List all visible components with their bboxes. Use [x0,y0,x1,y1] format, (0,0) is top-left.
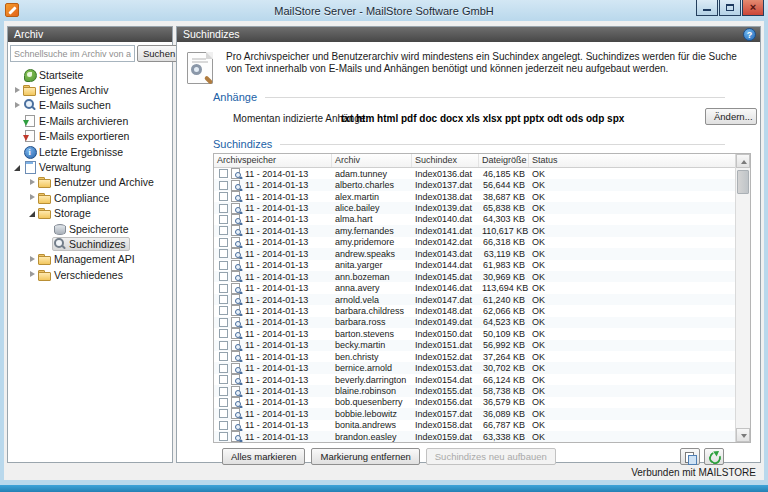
scroll-down-icon[interactable] [736,428,750,442]
index-search-icon[interactable] [231,317,242,328]
tree-expander[interactable] [28,193,37,202]
export-list-button[interactable] [680,448,700,465]
index-search-icon[interactable] [231,203,242,214]
table-row[interactable]: 11 - 2014-01-13 beverly.darrington Index… [214,374,750,385]
index-search-icon[interactable] [231,363,242,374]
row-checkbox[interactable] [219,387,228,396]
row-checkbox[interactable] [219,181,228,190]
table-scrollbar[interactable] [735,154,750,442]
tree-expander[interactable] [13,86,22,95]
tree-expander[interactable] [43,224,52,233]
sidebar-item-speicherorte[interactable]: Speicherorte [8,221,172,236]
sidebar-item-e-mails-exportieren[interactable]: E-Mails exportieren [8,129,172,144]
table-row[interactable]: 11 - 2014-01-13 amy.pridemore Index0142.… [214,237,750,248]
row-checkbox[interactable] [219,306,228,315]
index-search-icon[interactable] [231,420,242,431]
tree-expander[interactable] [13,101,22,110]
tree-expander[interactable] [13,132,22,141]
row-checkbox[interactable] [219,352,228,361]
change-attachments-button[interactable]: Ändern... [705,108,757,125]
index-search-icon[interactable] [231,408,242,419]
sidebar-item-startseite[interactable]: Startseite [8,67,172,82]
table-row[interactable]: 11 - 2014-01-13 ann.bozeman Index0145.da… [214,271,750,282]
table-row[interactable]: 11 - 2014-01-13 barbara.childress Index0… [214,305,750,316]
row-checkbox[interactable] [219,432,228,441]
tree-expander[interactable] [13,70,22,79]
index-search-icon[interactable] [231,294,242,305]
table-row[interactable]: 11 - 2014-01-13 anna.avery Index0146.dat… [214,282,750,293]
index-search-icon[interactable] [231,260,242,271]
tree-expander[interactable] [28,270,37,279]
minimize-button[interactable] [696,0,718,16]
select-all-button[interactable]: Alles markieren [222,448,305,465]
table-row[interactable]: 11 - 2014-01-13 alice.bailey Index0139.d… [214,202,750,213]
index-search-icon[interactable] [231,180,242,191]
table-row[interactable]: 11 - 2014-01-13 bob.quesenberry Index015… [214,397,750,408]
row-checkbox[interactable] [219,192,228,201]
tree-expander[interactable] [28,178,37,187]
index-search-icon[interactable] [231,431,242,442]
table-row[interactable]: 11 - 2014-01-13 adam.tunney Index0136.da… [214,168,750,179]
index-search-icon[interactable] [231,397,242,408]
refresh-button[interactable] [704,448,724,465]
tree-expander[interactable] [28,255,37,264]
table-row[interactable]: 11 - 2014-01-13 blaine.robinson Index015… [214,385,750,396]
table-row[interactable]: 11 - 2014-01-13 barbara.ross Index0149.d… [214,317,750,328]
row-checkbox[interactable] [219,398,228,407]
row-checkbox[interactable] [219,421,228,430]
search-input[interactable] [10,45,135,62]
table-row[interactable]: 11 - 2014-01-13 bonita.andrews Index0158… [214,420,750,431]
table-row[interactable]: 11 - 2014-01-13 brandon.easley Index0159… [214,431,750,442]
row-checkbox[interactable] [219,295,228,304]
column-suchindex[interactable]: Suchindex [412,154,479,167]
index-search-icon[interactable] [231,191,242,202]
sidebar-item-e-mails-suchen[interactable]: E-Mails suchen [8,98,172,113]
table-row[interactable]: 11 - 2014-01-13 alma.hart Index0140.dat … [214,214,750,225]
sidebar-item-management-api[interactable]: Management API [8,252,172,267]
sidebar-item-eigenes-archiv[interactable]: Eigenes Archiv [8,82,172,97]
table-row[interactable]: 11 - 2014-01-13 amy.fernandes Index0141.… [214,225,750,236]
column-dateigroesse[interactable]: Dateigröße [479,154,529,167]
row-checkbox[interactable] [219,375,228,384]
row-checkbox[interactable] [219,284,228,293]
sidebar-item-letzte-ergebnisse[interactable]: Letzte Ergebnisse [8,144,172,159]
index-search-icon[interactable] [231,386,242,397]
row-checkbox[interactable] [219,272,228,281]
index-search-icon[interactable] [231,225,242,236]
table-row[interactable]: 11 - 2014-01-13 arnold.vela Index0147.da… [214,294,750,305]
sidebar-item-suchindizes[interactable]: Suchindizes [8,236,172,251]
close-button[interactable]: × [742,0,764,16]
row-checkbox[interactable] [219,249,228,258]
index-search-icon[interactable] [231,305,242,316]
table-row[interactable]: 11 - 2014-01-13 alex.martin Index0138.da… [214,191,750,202]
index-search-icon[interactable] [231,283,242,294]
search-button[interactable]: Suchen [137,45,181,62]
index-search-icon[interactable] [231,237,242,248]
index-search-icon[interactable] [231,214,242,225]
table-row[interactable]: 11 - 2014-01-13 bobbie.lebowitz Index015… [214,408,750,419]
row-checkbox[interactable] [219,169,228,178]
maximize-button[interactable] [719,0,741,16]
index-search-icon[interactable] [231,351,242,362]
table-row[interactable]: 11 - 2014-01-13 anita.yarger Index0144.d… [214,260,750,271]
table-row[interactable]: 11 - 2014-01-13 barton.stevens Index0150… [214,328,750,339]
column-archiv[interactable]: Archiv [332,154,412,167]
sidebar-item-verwaltung[interactable]: Verwaltung [8,159,172,174]
rebuild-indexes-button[interactable]: Suchindizes neu aufbauen [426,448,556,465]
clear-selection-button[interactable]: Markierung entfernen [311,448,419,465]
row-checkbox[interactable] [219,318,228,327]
table-row[interactable]: 11 - 2014-01-13 ben.christy Index0152.da… [214,351,750,362]
table-row[interactable]: 11 - 2014-01-13 andrew.speaks Index0143.… [214,248,750,259]
column-status[interactable]: Status [529,154,750,167]
table-row[interactable]: 11 - 2014-01-13 alberto.charles Index013… [214,179,750,190]
index-search-icon[interactable] [231,328,242,339]
sidebar-item-storage[interactable]: Storage [8,206,172,221]
sidebar-item-verschiedenes[interactable]: Verschiedenes [8,267,172,282]
tree-expander[interactable] [13,163,22,172]
scroll-up-icon[interactable] [736,154,750,168]
scroll-thumb[interactable] [737,170,749,194]
row-checkbox[interactable] [219,226,228,235]
column-archivspeicher[interactable]: Archivspeicher [214,154,332,167]
index-search-icon[interactable] [231,340,242,351]
row-checkbox[interactable] [219,364,228,373]
